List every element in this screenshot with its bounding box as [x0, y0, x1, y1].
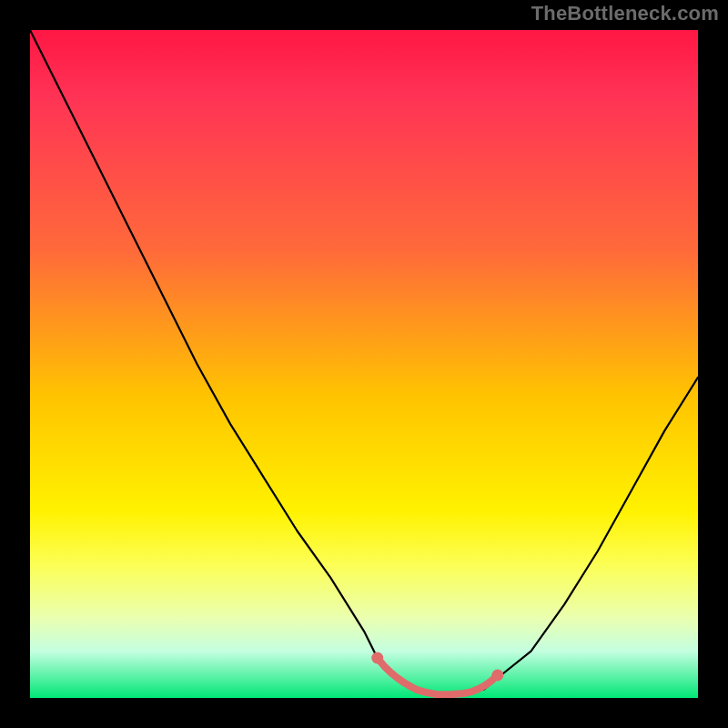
- optimal-zone-marker: [378, 658, 498, 694]
- curve-layer: [30, 30, 698, 698]
- optimal-zone-end-dot: [491, 670, 503, 682]
- watermark-label: TheBottleneck.com: [531, 2, 719, 25]
- plot-area: [30, 30, 698, 698]
- optimal-zone-end-dot: [371, 652, 383, 664]
- bottleneck-curve: [30, 30, 698, 694]
- chart-frame: TheBottleneck.com: [0, 0, 728, 728]
